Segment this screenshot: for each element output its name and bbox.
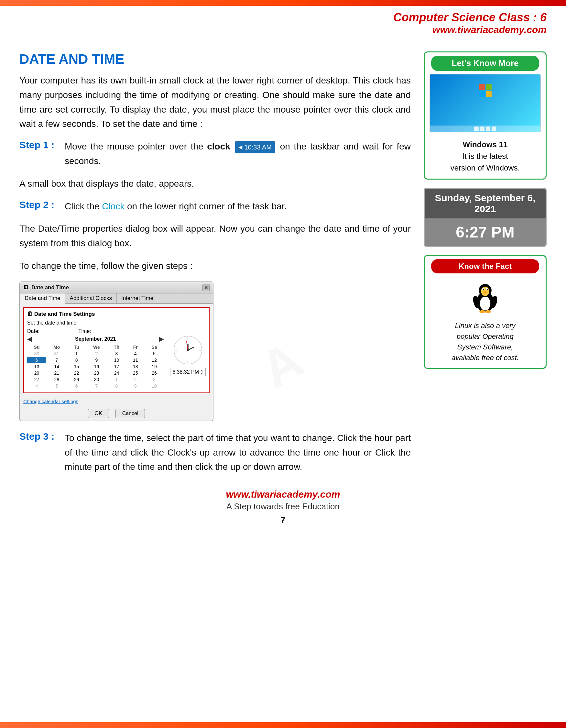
dialog-tabs: Date and Time Additional Clocks Internet…: [20, 293, 213, 304]
table-row[interactable]: 11: [126, 357, 145, 363]
table-row[interactable]: 4: [27, 383, 46, 389]
table-row[interactable]: 4: [126, 350, 145, 357]
dialog-tab-additional[interactable]: Additional Clocks: [65, 293, 117, 303]
clock-badge-time: 10:33 AM: [244, 142, 272, 152]
table-row: 20 21 22 23 24 25 26: [27, 370, 164, 376]
table-row[interactable]: 30: [86, 376, 107, 383]
fact-line4: available free of cost.: [451, 354, 519, 362]
table-row[interactable]: 30: [27, 350, 46, 357]
know-more-text: Windows 11 It is the latest version of W…: [425, 136, 546, 179]
step3-text: To change the time, select the part of t…: [65, 431, 411, 474]
table-row[interactable]: 16: [86, 363, 107, 370]
dialog-inner-title: 🗓 Date and Time Settings: [27, 311, 206, 317]
step1-container: Step 1 : Move the mouse pointer over the…: [19, 139, 411, 169]
dialog-inner-icon: 🗓: [27, 311, 33, 317]
table-row[interactable]: 3: [107, 350, 126, 357]
left-column: DATE AND TIME Your computer has its own …: [19, 51, 411, 482]
dialog-titlebar: 🗓 Date and Time ✕: [20, 282, 213, 293]
cal-day-tu: Tu: [67, 344, 86, 350]
table-row[interactable]: 24: [107, 370, 126, 376]
right-column: Let's Know More: [424, 51, 547, 482]
top-bar: [0, 0, 566, 6]
header-title: Computer Science Class : 6: [393, 11, 547, 24]
know-more-header: Let's Know More: [431, 56, 539, 71]
dialog-footer: Change calendar settings: [20, 396, 213, 406]
table-row[interactable]: 22: [67, 370, 86, 376]
header-website: www.tiwariacademy.com: [393, 24, 547, 35]
table-row[interactable]: 9: [126, 383, 145, 389]
date-time-dialog: 🗓 Date and Time ✕ Date and Time Addition…: [19, 281, 214, 421]
win11-taskbar-icon: [480, 127, 484, 131]
table-row[interactable]: 2: [86, 350, 107, 357]
table-row[interactable]: 23: [86, 370, 107, 376]
table-row[interactable]: 5: [46, 383, 67, 389]
header-text: Computer Science Class : 6 www.tiwariaca…: [393, 11, 547, 35]
table-row[interactable]: 19: [145, 363, 164, 370]
table-row[interactable]: 13: [27, 363, 46, 370]
tux-svg: [471, 280, 500, 315]
table-row[interactable]: 14: [46, 363, 67, 370]
dialog-tab-datetime[interactable]: Date and Time: [20, 293, 65, 304]
step3-label: Step 3 :: [19, 431, 58, 442]
table-row[interactable]: 27: [27, 376, 46, 383]
dialog-close-button[interactable]: ✕: [203, 284, 210, 291]
win11-logo-cell-2: [486, 84, 492, 90]
table-row[interactable]: 10: [145, 383, 164, 389]
win11-taskbar-icon: [492, 127, 496, 131]
table-row[interactable]: 7: [86, 383, 107, 389]
table-row[interactable]: 18: [126, 363, 145, 370]
time-input[interactable]: 6:38:32 PM ▲ ▼: [170, 368, 206, 376]
cal-next-button[interactable]: ▶: [159, 336, 164, 343]
table-row[interactable]: 26: [145, 370, 164, 376]
svg-point-12: [481, 287, 489, 296]
win11-taskbar: [430, 126, 540, 132]
svg-point-10: [480, 296, 490, 310]
table-row[interactable]: 6: [67, 383, 86, 389]
table-row[interactable]: 28: [46, 376, 67, 383]
step1-text: Move the mouse pointer over the clock ◀ …: [65, 139, 411, 169]
windows11-caption-line2: It is the latest: [462, 152, 508, 160]
table-row[interactable]: 31: [46, 350, 67, 357]
win11-taskbar-icon: [474, 127, 479, 131]
table-row[interactable]: 2: [126, 376, 145, 383]
table-row: 27 28 29 30 1 2 3: [27, 376, 164, 383]
time-stepper[interactable]: ▲ ▼: [200, 369, 204, 375]
table-row[interactable]: 15: [67, 363, 86, 370]
cancel-button[interactable]: Cancel: [116, 409, 145, 418]
cal-day-we: We: [86, 344, 107, 350]
intro-text: Your computer has its own built-in small…: [19, 73, 411, 131]
time-down-arrow[interactable]: ▼: [200, 372, 204, 375]
table-row[interactable]: 9: [86, 357, 107, 363]
cal-selected-day[interactable]: 6: [27, 357, 46, 363]
time-display: 6:27 PM: [425, 218, 546, 246]
clock-section: 6:38:32 PM ▲ ▼: [170, 336, 206, 389]
ok-button[interactable]: OK: [88, 409, 109, 418]
step2-text-before: Click the: [65, 201, 99, 211]
dialog-titlebar-left: 🗓 Date and Time: [23, 284, 69, 291]
table-row[interactable]: 7: [46, 357, 67, 363]
table-row[interactable]: 29: [67, 376, 86, 383]
dialog-tab-internet[interactable]: Internet Time: [117, 293, 158, 303]
table-row[interactable]: 17: [107, 363, 126, 370]
cal-month-year: September, 2021: [75, 336, 116, 342]
cal-day-th: Th: [107, 344, 126, 350]
change-calendar-link[interactable]: Change calendar settings: [23, 399, 78, 404]
table-row[interactable]: 8: [107, 383, 126, 389]
calendar-section: ◀ September, 2021 ▶ Su Mo Tu: [27, 336, 164, 389]
table-row: 13 14 15 16 17 18 19: [27, 363, 164, 370]
table-row[interactable]: 10: [107, 357, 126, 363]
dialog-buttons: OK Cancel: [20, 406, 213, 421]
table-row[interactable]: 21: [46, 370, 67, 376]
table-row[interactable]: 3: [145, 376, 164, 383]
table-row[interactable]: 8: [67, 357, 86, 363]
table-row[interactable]: 1: [107, 376, 126, 383]
svg-point-16: [487, 289, 488, 290]
table-row[interactable]: 25: [126, 370, 145, 376]
cal-prev-button[interactable]: ◀: [27, 336, 32, 343]
section-title: DATE AND TIME: [19, 51, 411, 67]
table-row[interactable]: 12: [145, 357, 164, 363]
table-row[interactable]: 5: [145, 350, 164, 357]
table-row[interactable]: 1: [67, 350, 86, 357]
win11-logo-cell-3: [479, 91, 485, 97]
table-row[interactable]: 20: [27, 370, 46, 376]
